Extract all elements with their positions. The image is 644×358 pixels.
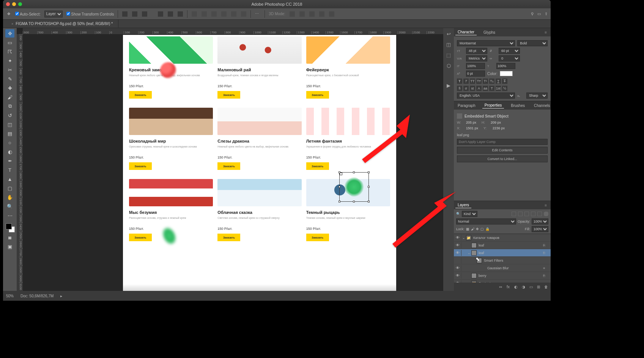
doc-size[interactable]: Doc: 50,6M/826,7M	[20, 294, 54, 298]
doc-tab[interactable]: × FIGMA TO PHOTOSHOP-fig.psd @ 50% (leaf…	[3, 20, 118, 28]
layer-row[interactable]: 👁 ⌄ 📁 Каталог товаров	[454, 234, 551, 242]
zoom-level[interactable]: 50%	[6, 294, 14, 298]
vscale-input[interactable]	[466, 63, 485, 69]
width-val[interactable]: 205 px	[466, 121, 476, 124]
visibility-icon[interactable]	[454, 258, 461, 264]
stylistic-button[interactable]: aa	[483, 86, 488, 91]
tab-glyphs[interactable]: Glyphs	[481, 30, 498, 35]
history-brush-tool[interactable]: ↺	[5, 111, 14, 119]
blur-tool[interactable]: ○	[5, 138, 14, 147]
workspace-icon[interactable]: ▭	[537, 12, 541, 16]
3d-panel-icon[interactable]: ⬡	[445, 62, 452, 69]
healing-tool[interactable]: ✚	[5, 84, 14, 92]
filter-fx-icon[interactable]: ≡	[543, 266, 548, 270]
tab-character[interactable]: Character	[455, 29, 477, 35]
link-layers-icon[interactable]: ⇔	[498, 284, 503, 289]
order-button[interactable]: Заказать	[129, 234, 152, 241]
layer-name[interactable]: Gaussian Blur	[487, 266, 543, 270]
filter-toggle-icon[interactable]	[544, 212, 548, 216]
visibility-icon[interactable]: 👁	[454, 273, 461, 279]
layer-fx-icon[interactable]: fx	[506, 284, 510, 289]
new-group-icon[interactable]: ▭	[529, 284, 533, 289]
delete-layer-icon[interactable]: 🗑	[544, 284, 548, 289]
layer-name[interactable]: berry	[479, 274, 543, 278]
layer-row[interactable]: Smart Filters	[454, 257, 551, 264]
oldstyle-button[interactable]: 1st	[496, 86, 501, 91]
panel-menu-icon[interactable]: ≡	[542, 30, 549, 35]
fg-color-swatch[interactable]	[6, 223, 12, 229]
order-button[interactable]: Заказать	[306, 234, 329, 241]
filter-pixel-icon[interactable]	[512, 212, 516, 216]
fold-icon[interactable]: ⌄	[461, 236, 466, 240]
tab-layers[interactable]: Layers	[455, 202, 471, 208]
filter-adjust-icon[interactable]	[518, 212, 523, 216]
brush-tool[interactable]: 🖌	[5, 93, 14, 101]
bold-button[interactable]: T	[457, 79, 462, 84]
path-select-tool[interactable]: ▲	[5, 175, 14, 183]
ruler-horizontal[interactable]: 6005004003002001000100200300400500600700…	[23, 28, 443, 34]
filter-smart-icon[interactable]	[537, 212, 542, 216]
layer-name[interactable]: Каталог товаров	[473, 236, 548, 240]
status-menu-icon[interactable]: ▸	[60, 294, 62, 298]
convert-linked-button[interactable]: Convert to Linked...	[457, 155, 548, 162]
smart-object-selection[interactable]	[339, 172, 369, 202]
smallcaps-button[interactable]: Tᴛ	[476, 79, 482, 84]
x-val[interactable]: 1501 px	[466, 126, 478, 130]
gradient-tool[interactable]: ▤	[5, 129, 14, 138]
share-icon[interactable]: ⇪	[545, 12, 548, 16]
play-panel-icon[interactable]: ▶	[445, 82, 452, 89]
new-layer-icon[interactable]: ⊞	[536, 284, 541, 289]
lock-transparency-icon[interactable]: ▦	[466, 227, 469, 231]
layercomp-select[interactable]: Don't Apply Layer Comp	[457, 139, 548, 145]
align-hcenter-icon[interactable]	[168, 11, 173, 17]
layer-name[interactable]: leaf	[479, 251, 543, 255]
adjustment-layer-icon[interactable]: ◑	[521, 284, 526, 289]
opacity-input[interactable]: 100%	[532, 218, 548, 225]
underline-button[interactable]: T	[496, 79, 501, 84]
edit-contents-button[interactable]: Edit Contents	[457, 147, 548, 154]
font-size-input[interactable]: 48 pt	[466, 48, 487, 54]
more-icon[interactable]: ⋯	[255, 11, 260, 17]
subscript-button[interactable]: T₁	[489, 79, 494, 84]
blend-mode-select[interactable]: Normal	[456, 218, 516, 225]
leading-input[interactable]: 60 pt	[499, 48, 520, 54]
order-button[interactable]: Заказать	[306, 162, 329, 170]
type-tool[interactable]: T	[5, 166, 14, 174]
hscale-input[interactable]	[496, 63, 515, 69]
libraries-panel-icon[interactable]: ⬚	[445, 52, 452, 58]
filter-kind-select[interactable]: Kind	[462, 211, 477, 217]
close-tab-icon[interactable]: ×	[11, 22, 13, 26]
eraser-tool[interactable]: ◫	[5, 120, 14, 129]
tab-channels[interactable]: Channels	[532, 103, 551, 108]
font-style-select[interactable]: Bold	[517, 40, 548, 46]
titling-button[interactable]: A	[476, 86, 482, 91]
crop-tool[interactable]: ✂	[5, 66, 14, 74]
layer-row[interactable]: 👁 berry⎘	[454, 272, 551, 279]
ordinals-button[interactable]: σ	[463, 86, 469, 91]
swatches-panel-icon[interactable]: ◫	[445, 41, 452, 48]
kerning-input[interactable]: Metrics	[466, 55, 487, 61]
visibility-icon[interactable]: 👁	[454, 265, 461, 271]
panel-menu-icon[interactable]: ≡	[542, 203, 549, 208]
show-transform-check[interactable]: Show Transform Controls	[66, 12, 114, 16]
screen-mode-icon[interactable]: ▣	[5, 242, 14, 251]
search-icon[interactable]: ⚲	[531, 12, 534, 16]
lock-pixels-icon[interactable]: 🖌	[471, 227, 474, 231]
y-val[interactable]: 2236 px	[493, 126, 505, 130]
close-icon[interactable]	[6, 2, 10, 6]
order-button[interactable]: Заказать	[217, 234, 240, 241]
halfwidth-button[interactable]: ½	[502, 86, 507, 91]
ligatures-button[interactable]: fi	[457, 86, 462, 91]
layer-mask-icon[interactable]: ◐	[513, 284, 518, 289]
fill-input[interactable]: 100%	[532, 226, 548, 232]
auto-select-dropdown[interactable]: Layer	[44, 11, 63, 17]
lock-all-icon[interactable]: 🔒	[485, 227, 490, 231]
magic-wand-tool[interactable]: ✦	[5, 57, 14, 65]
lock-position-icon[interactable]: ✥	[476, 227, 479, 231]
layer-row[interactable]: 👁 Gaussian Blur≡	[454, 264, 551, 272]
tab-properties[interactable]: Properties	[482, 102, 504, 108]
font-family-select[interactable]: Montserrat	[457, 40, 515, 46]
filter-type-icon[interactable]	[524, 212, 529, 216]
align-bottom-icon[interactable]	[142, 11, 147, 17]
align-top-icon[interactable]	[122, 11, 128, 17]
